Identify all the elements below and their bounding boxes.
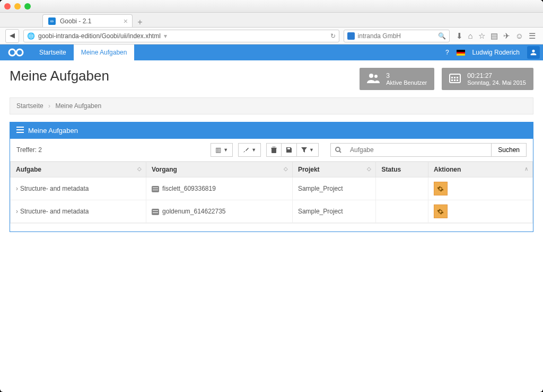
browser-toolbar: ◀ 🌐 goobi-intranda-edition/Goobi/uii/ind… xyxy=(0,28,543,44)
hits-label: Treffer: 2 xyxy=(16,146,42,154)
col-actions[interactable]: Aktionen xyxy=(434,166,461,173)
search-icon: 🔍 xyxy=(438,32,446,40)
breadcrumb-current: Meine Aufgaben xyxy=(55,102,101,110)
process-icon xyxy=(152,209,159,215)
window-titlebar xyxy=(0,0,543,13)
breadcrumb: Startseite › Meine Aufgaben xyxy=(10,97,533,114)
tasks-table: Aufgabe◇ Vorgang◇ Projekt◇ Status Aktion… xyxy=(10,162,533,223)
download-icon[interactable]: ⬇ xyxy=(456,31,463,41)
search-engine-box[interactable]: intranda GmbH 🔍 xyxy=(344,30,450,42)
help-icon[interactable]: ? xyxy=(445,49,449,56)
new-tab-button[interactable]: + xyxy=(133,17,147,27)
browser-tab[interactable]: ∞ Goobi - 2.1 × xyxy=(42,14,133,27)
active-users-card[interactable]: 3 Aktive Benutzer xyxy=(360,68,434,90)
bookmark-icon[interactable]: ☆ xyxy=(478,31,485,41)
minimize-window-icon[interactable] xyxy=(14,3,21,10)
calendar-icon xyxy=(449,73,461,86)
table-row: ›Structure- and metadata fisclett_609336… xyxy=(11,177,533,200)
save-button[interactable] xyxy=(282,143,297,157)
svg-rect-5 xyxy=(451,77,453,78)
svg-rect-8 xyxy=(451,79,453,81)
url-text: goobi-intranda-edition/Goobi/uii/index.x… xyxy=(38,32,161,40)
project-name: Sample_Project xyxy=(292,200,376,223)
col-status[interactable]: Status xyxy=(381,166,401,173)
tab-title: Goobi - 2.1 xyxy=(60,17,91,25)
back-button[interactable]: ◀ xyxy=(5,29,19,43)
close-window-icon[interactable] xyxy=(4,3,11,10)
user-avatar-icon[interactable] xyxy=(527,46,540,59)
sort-icon[interactable]: ◇ xyxy=(367,166,370,172)
svg-point-14 xyxy=(336,147,340,152)
search-engine-icon xyxy=(347,32,355,40)
svg-rect-10 xyxy=(457,79,458,81)
sort-icon[interactable]: ◇ xyxy=(284,166,287,172)
active-users-count: 3 xyxy=(386,72,427,79)
send-icon[interactable]: ✈ xyxy=(503,31,510,41)
panel-footer xyxy=(10,223,533,231)
app-header: Startseite Meine Aufgaben ? Ludwig Roder… xyxy=(0,44,543,60)
svg-rect-13 xyxy=(16,132,24,133)
process-name[interactable]: fisclett_609336819 xyxy=(162,185,216,192)
nav-tasks[interactable]: Meine Aufgaben xyxy=(74,44,135,60)
menu-icon[interactable]: ☰ xyxy=(529,31,536,41)
maximize-window-icon[interactable] xyxy=(24,3,31,10)
expand-icon[interactable]: › xyxy=(16,208,18,215)
panel-title: Meine Aufgaben xyxy=(28,127,78,135)
col-task[interactable]: Aufgabe xyxy=(16,166,41,173)
tools-button[interactable]: ▼ xyxy=(238,143,261,157)
search-input[interactable] xyxy=(346,143,491,157)
app-logo[interactable] xyxy=(0,44,32,60)
clock-time: 00:21:27 xyxy=(467,72,526,79)
process-icon xyxy=(152,186,159,192)
nav-home[interactable]: Startseite xyxy=(32,44,74,60)
list-icon xyxy=(16,127,24,135)
browser-tabs: ∞ Goobi - 2.1 × + xyxy=(0,13,543,28)
expand-icon[interactable]: › xyxy=(16,185,18,192)
tasks-panel: Meine Aufgaben Treffer: 2 ▥▼ ▼ xyxy=(10,122,533,232)
svg-rect-11 xyxy=(16,127,24,128)
sort-icon[interactable]: ◇ xyxy=(137,166,141,172)
breadcrumb-home[interactable]: Startseite xyxy=(16,102,43,110)
clipboard-icon[interactable]: ▤ xyxy=(491,31,498,41)
dropdown-icon[interactable]: ▾ xyxy=(164,32,167,40)
sort-icon[interactable]: ∧ xyxy=(524,166,527,172)
page-title: Meine Aufgaben xyxy=(10,68,352,84)
delete-button[interactable] xyxy=(266,143,282,157)
svg-rect-7 xyxy=(457,77,458,78)
chat-icon[interactable]: ☺ xyxy=(515,31,523,41)
action-gear-button[interactable] xyxy=(434,204,448,218)
active-users-label: Aktive Benutzer xyxy=(386,79,427,86)
svg-point-3 xyxy=(374,75,378,78)
filter-button[interactable]: ▼ xyxy=(297,143,319,157)
search-button[interactable]: Suchen xyxy=(491,143,527,157)
col-process[interactable]: Vorgang xyxy=(152,166,177,173)
svg-point-2 xyxy=(369,74,373,78)
search-icon-button[interactable] xyxy=(330,143,346,157)
reload-icon[interactable]: ↻ xyxy=(330,32,336,40)
svg-line-15 xyxy=(339,151,341,153)
col-project[interactable]: Projekt xyxy=(298,166,320,173)
panel-header: Meine Aufgaben xyxy=(10,122,533,139)
breadcrumb-separator-icon: › xyxy=(48,102,50,110)
search-engine-name: intranda GmbH xyxy=(358,32,401,40)
status-cell xyxy=(376,177,428,200)
url-bar[interactable]: 🌐 goobi-intranda-edition/Goobi/uii/index… xyxy=(23,30,339,42)
favicon-icon: ∞ xyxy=(48,17,56,25)
users-icon xyxy=(367,73,380,86)
clock-date: Sonntag, 24. Mai 2015 xyxy=(467,79,526,86)
action-gear-button[interactable] xyxy=(434,182,448,195)
clock-card: 00:21:27 Sonntag, 24. Mai 2015 xyxy=(442,68,533,90)
home-icon[interactable]: ⌂ xyxy=(468,31,473,41)
columns-button[interactable]: ▥▼ xyxy=(211,143,233,157)
process-name[interactable]: goldenum_614622735 xyxy=(162,208,225,215)
language-flag-icon[interactable] xyxy=(457,50,465,56)
username[interactable]: Ludwig Roderich xyxy=(472,49,520,56)
project-name: Sample_Project xyxy=(292,177,376,200)
close-tab-icon[interactable]: × xyxy=(124,17,128,25)
task-name[interactable]: Structure- and metadata xyxy=(20,208,89,215)
table-row: ›Structure- and metadata goldenum_614622… xyxy=(11,200,533,223)
svg-rect-9 xyxy=(454,79,456,81)
globe-icon: 🌐 xyxy=(27,32,35,40)
task-name[interactable]: Structure- and metadata xyxy=(20,185,89,192)
svg-point-0 xyxy=(9,49,15,56)
